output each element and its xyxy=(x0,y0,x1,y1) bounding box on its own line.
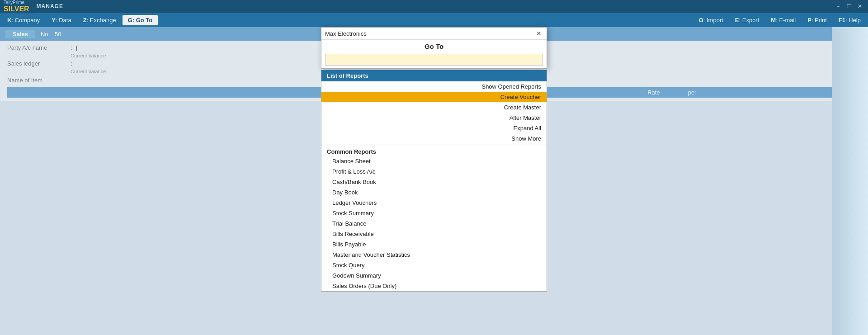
form-title: Sales xyxy=(5,30,35,38)
list-item-day-book[interactable]: Day Book xyxy=(321,187,547,198)
manage-label: MANAGE xyxy=(37,3,63,9)
list-item-master-voucher-stats[interactable]: Master and Voucher Statistics xyxy=(321,250,547,260)
menu-email[interactable]: M: E-mail xyxy=(765,15,801,25)
menu-import[interactable]: O: Import xyxy=(693,15,729,25)
form-no: No. 50 xyxy=(41,31,61,38)
maximize-button[interactable]: ❐ xyxy=(844,3,854,10)
list-item-show-opened[interactable]: Show Opened Reports xyxy=(321,81,547,92)
list-item-stock-summary[interactable]: Stock Summary xyxy=(321,208,547,218)
list-item-bills-receivable[interactable]: Bills Receivable xyxy=(321,229,547,239)
list-item-trial-balance[interactable]: Trial Balance xyxy=(321,218,547,229)
close-button[interactable]: ✕ xyxy=(855,3,864,10)
list-item-stock-query[interactable]: Stock Query xyxy=(321,260,547,270)
title-bar-left: TallyPrime SILVER MANAGE xyxy=(4,0,63,13)
minimize-button[interactable]: − xyxy=(834,3,843,10)
menu-exchange[interactable]: Z: Exchange xyxy=(78,15,122,25)
menu-goto[interactable]: G: Go To xyxy=(123,15,158,25)
menu-export[interactable]: E: Export xyxy=(730,15,764,25)
dialog-close-button[interactable]: ✕ xyxy=(535,29,543,38)
title-bar: TallyPrime SILVER MANAGE − ❐ ✕ xyxy=(0,0,868,13)
list-item-expand-all[interactable]: Expand All xyxy=(321,123,547,133)
list-item-balance-sheet[interactable]: Balance Sheet xyxy=(321,156,547,166)
app-logo: TallyPrime SILVER xyxy=(4,0,29,13)
common-reports-header: Common Reports xyxy=(321,146,547,156)
list-divider xyxy=(321,145,547,145)
menu-data[interactable]: Y: Data xyxy=(46,15,76,25)
search-input-wrap xyxy=(321,52,547,68)
list-item-show-more[interactable]: Show More xyxy=(321,133,547,144)
list-item-create-master[interactable]: Create Master xyxy=(321,102,547,113)
menu-company[interactable]: K: Company xyxy=(2,15,45,25)
dialog-heading: Go To xyxy=(321,40,547,52)
main-content: Sales No. 50 17-Mar-20 Tuesday Party A/c… xyxy=(0,27,868,335)
right-panel xyxy=(832,27,868,335)
list-item-ledger-vouchers[interactable]: Ledger Vouchers xyxy=(321,198,547,208)
list-header: List of Reports xyxy=(321,70,547,81)
list-item-sales-orders[interactable]: Sales Orders (Due Only) xyxy=(321,281,547,291)
menu-bar: K: Company Y: Data Z: Exchange G: Go To … xyxy=(0,13,868,27)
goto-search-input[interactable] xyxy=(325,54,543,66)
dialog-titlebar: Max Electronics ✕ xyxy=(321,28,547,40)
list-item-bills-payable[interactable]: Bills Payable xyxy=(321,239,547,250)
app-name-bottom: SILVER xyxy=(4,5,29,13)
list-of-reports-panel: List of Reports Show Opened Reports Crea… xyxy=(321,70,547,292)
app-name-top: TallyPrime xyxy=(4,0,29,5)
list-item-create-voucher[interactable]: Create Voucher xyxy=(321,92,547,102)
window-controls: − ❐ ✕ xyxy=(834,3,864,10)
dialog-company-name: Max Electronics xyxy=(325,30,367,37)
menu-help[interactable]: F1: Help xyxy=(833,15,866,25)
list-item-profit-loss[interactable]: Profit & Loss A/c xyxy=(321,166,547,177)
menu-print[interactable]: P: Print xyxy=(802,15,832,25)
list-item-alter-master[interactable]: Alter Master xyxy=(321,113,547,123)
list-item-cash-bank-book[interactable]: Cash/Bank Book xyxy=(321,177,547,187)
goto-dialog: Max Electronics ✕ Go To xyxy=(321,27,547,69)
list-item-godown-summary[interactable]: Godown Summary xyxy=(321,270,547,281)
